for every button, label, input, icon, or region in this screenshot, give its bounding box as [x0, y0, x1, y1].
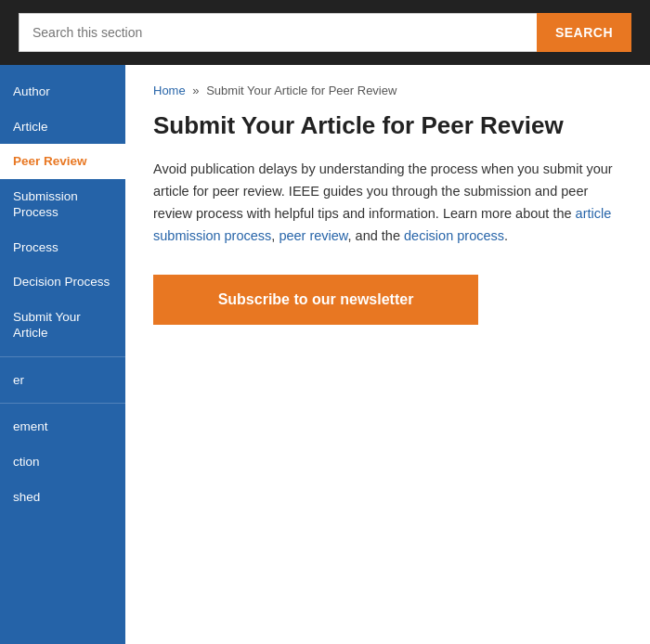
sidebar-item-submission-process[interactable]: Submission Process [0, 179, 125, 230]
sidebar-item-shed[interactable]: shed [0, 480, 125, 515]
sidebar-item-process[interactable]: Process [0, 230, 125, 265]
breadcrumb-home[interactable]: Home [153, 84, 186, 97]
sidebar: Author Article Peer Review Submission Pr… [0, 65, 125, 644]
sidebar-item-decision-process[interactable]: Decision Process [0, 264, 125, 300]
sidebar-item-article[interactable]: Article [0, 109, 125, 145]
layout: Author Article Peer Review Submission Pr… [0, 65, 650, 644]
page-body: Avoid publication delays by understandin… [153, 159, 622, 248]
breadcrumb-separator: » [192, 84, 199, 97]
sidebar-item-ement[interactable]: ement [0, 409, 125, 444]
search-button[interactable]: SEARCH [537, 13, 631, 52]
sidebar-divider-2 [0, 403, 125, 404]
header: SEARCH [0, 0, 650, 65]
body-end: . [504, 228, 508, 243]
sidebar-item-ction[interactable]: ction [0, 444, 125, 480]
search-input[interactable] [19, 13, 537, 52]
page-title: Submit Your Article for Peer Review [153, 110, 622, 142]
decision-process-link[interactable]: decision process [404, 228, 504, 243]
sidebar-item-submit-article[interactable]: Submit Your Article [0, 300, 125, 351]
sidebar-item-er[interactable]: er [0, 363, 125, 398]
sidebar-item-peer-review[interactable]: Peer Review [0, 144, 125, 179]
main-content: Home » Submit Your Article for Peer Revi… [125, 65, 650, 644]
sidebar-divider [0, 356, 125, 357]
body-text-intro: Avoid publication delays by understandin… [153, 161, 613, 221]
breadcrumb: Home » Submit Your Article for Peer Revi… [153, 84, 622, 97]
sidebar-item-author[interactable]: Author [0, 74, 125, 109]
peer-review-link[interactable]: peer review [279, 228, 347, 243]
newsletter-button[interactable]: Subscribe to our newsletter [153, 275, 478, 325]
body-and: , and the [348, 228, 404, 243]
breadcrumb-current: Submit Your Article for Peer Review [206, 84, 396, 97]
